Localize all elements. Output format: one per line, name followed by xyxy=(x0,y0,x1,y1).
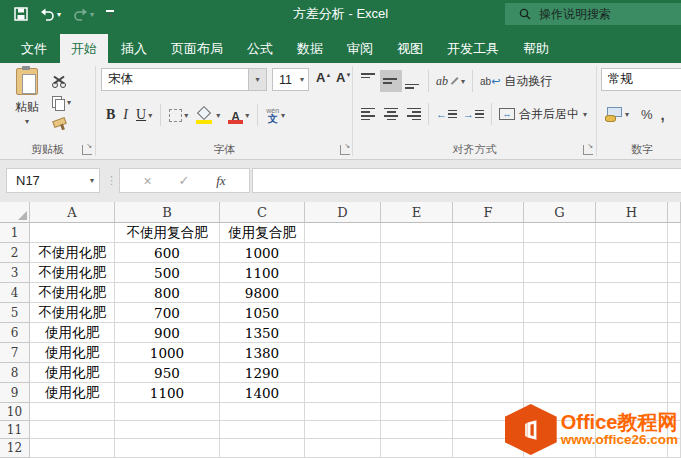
cell-G5[interactable] xyxy=(524,303,596,323)
percent-style-button[interactable]: % xyxy=(641,107,653,122)
cell-H9[interactable] xyxy=(596,383,668,403)
format-painter-button[interactable] xyxy=(52,113,92,135)
cell-C12[interactable] xyxy=(220,439,305,458)
cell-G3[interactable] xyxy=(524,263,596,283)
orientation-button[interactable]: ab ▾ xyxy=(433,74,468,89)
phonetic-guide-button[interactable]: wén 文 ▾ xyxy=(262,103,289,127)
tab-帮助[interactable]: 帮助 xyxy=(512,34,560,63)
tab-文件[interactable]: 文件 xyxy=(10,34,58,63)
font-size-dropdown-icon[interactable]: ▾ xyxy=(300,75,304,84)
number-format-combo[interactable]: 常规 xyxy=(601,68,681,91)
row-header-4[interactable]: 4 xyxy=(0,283,30,303)
cell-H6[interactable] xyxy=(596,323,668,343)
cell-E2[interactable] xyxy=(381,243,453,263)
cell-A12[interactable] xyxy=(30,439,115,458)
col-header-G[interactable]: G xyxy=(524,202,596,223)
col-header-D[interactable]: D xyxy=(305,202,381,223)
cancel-icon[interactable]: × xyxy=(143,173,151,189)
font-name-dropdown-icon[interactable]: ▾ xyxy=(248,69,266,90)
row-header-10[interactable]: 10 xyxy=(0,403,30,421)
undo-button[interactable]: ▾ xyxy=(40,8,61,21)
cell-F8[interactable] xyxy=(453,363,524,383)
decrease-indent-button[interactable]: ← xyxy=(433,108,460,120)
cell-A7[interactable]: 使用化肥 xyxy=(30,343,115,363)
cell-A1[interactable] xyxy=(30,223,115,243)
cell-E11[interactable] xyxy=(381,421,453,439)
cell-C9[interactable]: 1400 xyxy=(220,383,305,403)
cell-C4[interactable]: 9800 xyxy=(220,283,305,303)
row-header-7[interactable]: 7 xyxy=(0,343,30,363)
cell-F1[interactable] xyxy=(453,223,524,243)
orientation-dropdown-icon[interactable]: ▾ xyxy=(461,77,465,86)
name-box[interactable]: N17 ▾ xyxy=(6,168,100,193)
cell-D12[interactable] xyxy=(305,439,381,458)
col-header-E[interactable]: E xyxy=(381,202,453,223)
paste-dropdown-icon[interactable]: ▾ xyxy=(25,117,29,126)
cell-A10[interactable] xyxy=(30,403,115,421)
cell-G9[interactable] xyxy=(524,383,596,403)
cell-F4[interactable] xyxy=(453,283,524,303)
cell-H2[interactable] xyxy=(596,243,668,263)
align-right-button[interactable] xyxy=(402,103,424,125)
decrease-font-size-button[interactable]: A▼ xyxy=(336,70,351,85)
align-top-button[interactable] xyxy=(358,70,380,92)
col-header-H[interactable]: H xyxy=(596,202,668,223)
row-header-1[interactable]: 1 xyxy=(0,223,30,243)
cell-F6[interactable] xyxy=(453,323,524,343)
cell-H3[interactable] xyxy=(596,263,668,283)
cell-C6[interactable]: 1350 xyxy=(220,323,305,343)
cell-H5[interactable] xyxy=(596,303,668,323)
cell-A5[interactable]: 不使用化肥 xyxy=(30,303,115,323)
cell-I1[interactable] xyxy=(668,223,681,243)
italic-button[interactable]: I xyxy=(119,103,132,127)
align-middle-button[interactable] xyxy=(380,70,402,92)
row-header-11[interactable]: 11 xyxy=(0,421,30,439)
tab-开始[interactable]: 开始 xyxy=(60,34,108,63)
cell-E5[interactable] xyxy=(381,303,453,323)
cell-A2[interactable]: 不使用化肥 xyxy=(30,243,115,263)
cell-A6[interactable]: 使用化肥 xyxy=(30,323,115,343)
cell-E3[interactable] xyxy=(381,263,453,283)
row-header-8[interactable]: 8 xyxy=(0,363,30,383)
col-header-F[interactable]: F xyxy=(453,202,524,223)
font-name-combo[interactable]: 宋体 ▾ xyxy=(101,68,267,91)
cell-A4[interactable]: 不使用化肥 xyxy=(30,283,115,303)
cell-C2[interactable]: 1000 xyxy=(220,243,305,263)
enter-icon[interactable]: ✓ xyxy=(178,173,189,188)
col-header-A[interactable]: A xyxy=(30,202,115,223)
row-header-12[interactable]: 12 xyxy=(0,439,30,458)
cell-B10[interactable] xyxy=(115,403,220,421)
cell-B6[interactable]: 900 xyxy=(115,323,220,343)
alignment-dialog-launcher[interactable]: ↘ xyxy=(583,145,593,155)
cell-F3[interactable] xyxy=(453,263,524,283)
cell-E10[interactable] xyxy=(381,403,453,421)
name-box-dropdown-icon[interactable]: ▾ xyxy=(90,176,99,185)
tab-审阅[interactable]: 审阅 xyxy=(336,34,384,63)
cell-D4[interactable] xyxy=(305,283,381,303)
tab-插入[interactable]: 插入 xyxy=(110,34,158,63)
row-header-3[interactable]: 3 xyxy=(0,263,30,283)
currency-dropdown-icon[interactable]: ▾ xyxy=(625,110,629,119)
cell-A11[interactable] xyxy=(30,421,115,439)
cell-B9[interactable]: 1100 xyxy=(115,383,220,403)
comma-style-button[interactable]: , xyxy=(661,106,665,123)
align-bottom-button[interactable] xyxy=(402,70,424,92)
cell-B1[interactable]: 不使用复合肥 xyxy=(115,223,220,243)
copy-button[interactable]: ▾ xyxy=(52,91,92,113)
cell-B7[interactable]: 1000 xyxy=(115,343,220,363)
row-header-6[interactable]: 6 xyxy=(0,323,30,343)
cell-G2[interactable] xyxy=(524,243,596,263)
cell-I8[interactable] xyxy=(668,363,681,383)
borders-dropdown-icon[interactable]: ▾ xyxy=(184,111,188,120)
cell-C1[interactable]: 使用复合肥 xyxy=(220,223,305,243)
customize-quick-access-button[interactable]: ▾ xyxy=(106,10,114,18)
font-size-combo[interactable]: 11 ▾ xyxy=(272,68,309,91)
fill-color-dropdown-icon[interactable]: ▾ xyxy=(216,111,220,120)
col-header-B[interactable]: B xyxy=(115,202,220,223)
cell-B5[interactable]: 700 xyxy=(115,303,220,323)
merge-center-dropdown-icon[interactable]: ▾ xyxy=(583,110,587,119)
col-header-C[interactable]: C xyxy=(220,202,305,223)
cell-G4[interactable] xyxy=(524,283,596,303)
font-color-button[interactable]: A▾ xyxy=(224,103,253,127)
cell-I7[interactable] xyxy=(668,343,681,363)
